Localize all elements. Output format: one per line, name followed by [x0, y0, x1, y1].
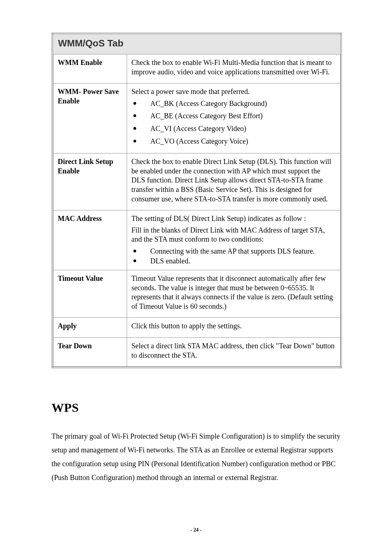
table-row: Timeout ValueTimeout Value represents th…: [53, 270, 340, 318]
row-paragraph: Check the box to enable Direct Link Setu…: [131, 157, 336, 204]
row-label: Apply: [53, 318, 127, 338]
document-page: WMM/QoS Tab WMM EnableCheck the box to e…: [0, 0, 392, 554]
bullet-item: ●DLS enabled.: [131, 256, 315, 266]
bullet-icon: ●: [131, 136, 150, 149]
bullet-list: ●AC_BK (Access Category Background)●AC_B…: [131, 99, 267, 149]
bullet-icon: ●: [131, 124, 150, 136]
bullet-text: Connecting with the same AP that support…: [150, 246, 315, 256]
bullet-icon: ●: [131, 99, 150, 111]
wmm-qos-table: WMM/QoS Tab WMM EnableCheck the box to e…: [52, 33, 342, 368]
bullet-item: ●AC_VO (Access Category Voice): [131, 136, 267, 149]
row-label: WMM Enable: [53, 54, 127, 83]
section-heading-wps: WPS: [52, 401, 342, 415]
bullet-text: AC_VI (Access Category Video): [150, 124, 267, 136]
row-label: WMM- Power Save Enable: [53, 83, 127, 153]
bullet-icon: ●: [131, 111, 150, 124]
bullet-text: DLS enabled.: [150, 256, 315, 266]
bullet-item: ●AC_VI (Access Category Video): [131, 124, 267, 136]
row-paragraph: Timeout Value represents that it disconn…: [131, 274, 336, 311]
bullet-icon: ●: [131, 246, 150, 256]
page-number: - 24 -: [0, 527, 392, 533]
bullet-item: ●AC_BE (Access Category Best Effort): [131, 111, 267, 124]
row-paragraph: The setting of DLS( Direct Link Setup) i…: [131, 214, 336, 223]
wps-description-paragraph: The primary goal of Wi-Fi Protected Setu…: [52, 429, 342, 484]
row-paragraph: Select a power save mode that preferred.: [131, 87, 336, 97]
row-label: MAC Address: [53, 210, 127, 270]
bullet-text: AC_VO (Access Category Voice): [150, 136, 267, 149]
table-row: MAC AddressThe setting of DLS( Direct Li…: [53, 210, 340, 270]
table-row: Direct Link Setup EnableCheck the box to…: [53, 153, 340, 210]
table-row: Tear DownSelect a direct link STA MAC ad…: [53, 338, 340, 367]
table-row: ApplyClick this button to apply the sett…: [53, 318, 340, 338]
table-title: WMM/QoS Tab: [52, 33, 341, 54]
row-label: Timeout Value: [53, 270, 127, 318]
row-paragraph: Fill in the blanks of Direct Link with M…: [131, 226, 336, 244]
bullet-text: AC_BE (Access Category Best Effort): [150, 111, 267, 124]
row-description: Click this button to apply the settings.: [127, 318, 340, 338]
row-description: Select a power save mode that preferred.…: [127, 83, 340, 153]
table-row: WMM EnableCheck the box to enable Wi-Fi …: [53, 54, 340, 83]
row-paragraph: Click this button to apply the settings.: [131, 321, 336, 331]
bullet-icon: ●: [131, 256, 150, 266]
row-description: The setting of DLS( Direct Link Setup) i…: [127, 210, 340, 270]
bullet-item: ●AC_BK (Access Category Background): [131, 99, 267, 111]
row-paragraph: Select a direct link STA MAC address, th…: [131, 341, 336, 360]
bullet-list: ●Connecting with the same AP that suppor…: [131, 246, 315, 266]
row-description: Timeout Value represents that it disconn…: [127, 270, 340, 318]
bullet-text: AC_BK (Access Category Background): [150, 99, 267, 111]
row-description: Check the box to enable Direct Link Setu…: [127, 153, 340, 210]
row-paragraph: Check the box to enable Wi-Fi Multi-Medi…: [131, 58, 336, 77]
row-description: Select a direct link STA MAC address, th…: [127, 338, 340, 367]
row-label: Direct Link Setup Enable: [53, 153, 127, 210]
row-label: Tear Down: [53, 338, 127, 367]
row-description: Check the box to enable Wi-Fi Multi-Medi…: [127, 54, 340, 83]
table-row: WMM- Power Save EnableSelect a power sav…: [53, 83, 340, 153]
bullet-item: ●Connecting with the same AP that suppor…: [131, 246, 315, 256]
